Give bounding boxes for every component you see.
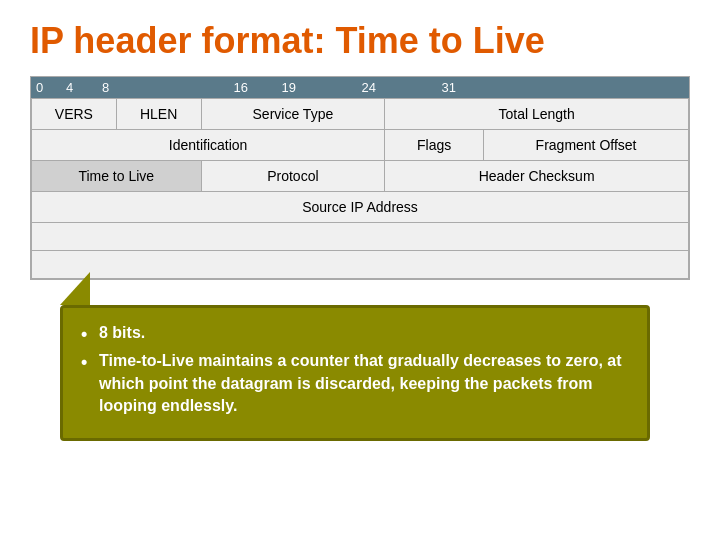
table-row-3: Time to Live Protocol Header Checksum [32,161,689,192]
bit-ruler: 0 4 8 16 19 24 31 [31,77,689,98]
callout-box: 8 bits. Time-to-Live maintains a counter… [60,305,650,441]
table-row-5 [32,223,689,251]
cell-protocol: Protocol [201,161,385,192]
ip-fields-table: VERS HLEN Service Type Total Length Iden… [31,98,689,279]
table-row-6 [32,251,689,279]
cell-hlen: HLEN [116,99,201,130]
ruler-24: 24 [301,77,381,98]
cell-flags: Flags [385,130,484,161]
cell-dest-ip [32,223,689,251]
ruler-31: 31 [381,77,461,98]
cell-header-checksum: Header Checksum [385,161,689,192]
cell-options [32,251,689,279]
callout-item-1: 8 bits. [81,322,629,344]
cell-identification: Identification [32,130,385,161]
page-title: IP header format: Time to Live [30,20,690,62]
ruler-0: 0 [31,77,61,98]
page-container: IP header format: Time to Live 0 4 8 16 … [0,0,720,540]
cell-service-type: Service Type [201,99,385,130]
table-row-2: Identification Flags Fragment Offset [32,130,689,161]
callout-list: 8 bits. Time-to-Live maintains a counter… [81,322,629,418]
cell-ttl: Time to Live [32,161,202,192]
callout-item-2: Time-to-Live maintains a counter that gr… [81,350,629,417]
cell-fragment-offset: Fragment Offset [484,130,689,161]
ruler-8: 8 [97,77,153,98]
cell-vers: VERS [32,99,117,130]
table-row-4: Source IP Address [32,192,689,223]
ruler-19: 19 [253,77,301,98]
table-row-1: VERS HLEN Service Type Total Length [32,99,689,130]
cell-total-length: Total Length [385,99,689,130]
cell-source-ip: Source IP Address [32,192,689,223]
callout-arrow [60,272,90,305]
ruler-16: 16 [153,77,253,98]
ruler-4: 4 [61,77,97,98]
ip-header-table: 0 4 8 16 19 24 31 VERS HLEN Service Type… [30,76,690,280]
